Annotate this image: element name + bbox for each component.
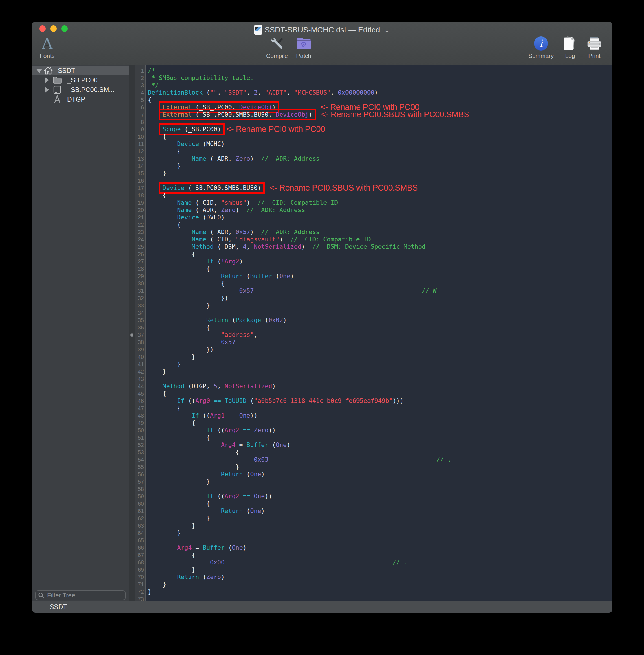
code-token: {	[148, 405, 181, 412]
tree-item-label: SSDT	[58, 67, 75, 74]
code-token: (	[225, 544, 232, 551]
code-token: {	[148, 192, 166, 199]
toolbar-button-fonts[interactable]: AFonts	[40, 35, 55, 59]
code-token	[148, 507, 221, 514]
code-token: }	[148, 566, 195, 573]
code-line: Arg4 = Buffer (One)	[148, 544, 613, 551]
code-line: {	[148, 148, 613, 155]
toolbar-button-patch[interactable]: ⚙Patch	[296, 35, 312, 59]
line-number: 48	[134, 412, 145, 419]
code-token: (_ADR,	[206, 228, 236, 235]
disclosure-closed-icon[interactable]	[45, 77, 49, 83]
line-number: 65	[134, 537, 145, 544]
close-button[interactable]	[39, 25, 46, 32]
line-number: 47	[134, 405, 145, 412]
code-token: (	[261, 316, 268, 323]
sidebar-item-dtgp[interactable]: DTGP	[32, 95, 129, 104]
line-number: 12	[134, 148, 145, 155]
sidebar-item-ssdt[interactable]: SSDT	[32, 66, 129, 75]
code-line: 0x57	[148, 339, 613, 346]
code-token: 0x02	[268, 316, 283, 323]
sidebar-tree: SSDT_SB.PC00_SB.PC00.SM...DTGP	[32, 65, 129, 601]
code-token: Return	[221, 272, 243, 279]
code-line: Return (One)	[148, 507, 613, 515]
fonts-icon: A	[42, 35, 52, 52]
line-number: 60	[134, 501, 145, 507]
toolbar-button-summary[interactable]: iSummary	[528, 35, 554, 59]
code-token: ,	[257, 89, 265, 96]
code-line: Name (_CID, "smbus") // _CID: Compatible…	[148, 199, 613, 206]
code-token: Name	[192, 228, 206, 235]
line-number: 62	[134, 515, 145, 522]
gutter-row: 52	[129, 441, 145, 449]
gutter-row: 41	[129, 361, 145, 368]
code-line: }	[148, 353, 613, 361]
code-token: {	[148, 500, 210, 507]
sidebar-item--sb-pc00-sm-[interactable]: _SB.PC00.SM...	[32, 85, 129, 95]
code-token: (	[272, 272, 279, 279]
title-menu-chevron-icon[interactable]: ⌄	[384, 27, 390, 33]
gutter-row: 3	[129, 82, 145, 89]
code-line: }	[148, 529, 613, 537]
code-token: If	[206, 427, 214, 434]
code-line: Return (One)	[148, 471, 613, 478]
code-line: Device (MCHC)	[148, 140, 613, 148]
code-line	[148, 537, 613, 544]
code-token: ((	[214, 493, 225, 500]
toolbar-button-print[interactable]: Print	[586, 35, 602, 59]
minimize-button[interactable]	[50, 25, 57, 32]
title-wrap: SSDT-SBUS-MCHC.dsl — Edited ⌄	[254, 25, 390, 35]
line-number: 1	[134, 67, 145, 74]
code-token	[225, 559, 393, 566]
disclosure-open-icon[interactable]	[36, 69, 42, 73]
disclosure-closed-icon[interactable]	[45, 87, 49, 93]
gutter-row: 1	[129, 67, 145, 74]
code-line: }	[148, 368, 613, 375]
toolbar-button-label: Fonts	[40, 52, 55, 59]
gutter-row: 61	[129, 507, 145, 515]
toolbar-button-log[interactable]: Log	[562, 35, 578, 59]
code-token: Buffer	[250, 272, 272, 279]
code-token: )	[279, 236, 291, 243]
code-token	[148, 228, 192, 235]
code-token: One	[254, 493, 265, 500]
filter-tree-input[interactable]	[35, 590, 125, 600]
line-number: 57	[134, 478, 145, 485]
code-token	[148, 397, 177, 404]
code-token: Arg0	[195, 397, 210, 404]
code-token: Arg2	[225, 493, 239, 500]
code-editor[interactable]: 1234567891011121314151617181920212223242…	[129, 65, 613, 601]
code-token: }	[148, 522, 195, 529]
code-token: "address"	[221, 331, 254, 338]
content-area: SSDT_SB.PC00_SB.PC00.SM...DTGP 123456789…	[32, 65, 613, 601]
code-token: (_DSM,	[214, 243, 243, 250]
code-token: (_CID,	[206, 236, 236, 243]
code-token: ((	[199, 412, 210, 419]
code-line: DefinitionBlock ("", "SSDT", 2, "ACDT", …	[148, 89, 613, 96]
app-window: SSDT-SBUS-MCHC.dsl — Edited ⌄ AFontsComp…	[32, 22, 613, 613]
sidebar-item--sb-pc00[interactable]: _SB.PC00	[32, 75, 129, 85]
code-token: {	[148, 434, 210, 441]
code-token: (_SB.PC00.SMBS.BUS0)	[184, 184, 261, 191]
code-token: 5	[214, 383, 217, 390]
code-token: Name	[177, 206, 192, 213]
code-token: 4	[243, 243, 247, 250]
code-pane[interactable]: /* * SMBus compatibility table. */Defini…	[146, 65, 613, 601]
gutter-row: 35	[129, 316, 145, 324]
gutter-row: 62	[129, 515, 145, 522]
code-line: Arg4 = Buffer (One)	[148, 441, 613, 449]
line-number: 29	[134, 273, 145, 279]
code-line: If ((Arg0 == ToUUID ("a0b5b7c6-1318-441c…	[148, 397, 613, 405]
gutter-row: 16	[129, 177, 145, 184]
code-token: )	[261, 507, 265, 514]
zoom-button[interactable]	[61, 25, 68, 32]
code-token: One	[279, 272, 291, 279]
gutter-row: 55	[129, 463, 145, 471]
code-token: ==	[243, 427, 250, 434]
code-line: {	[148, 250, 613, 258]
toolbar-button-compile[interactable]: Compile	[266, 35, 288, 59]
code-token: NotSerialized	[254, 243, 301, 250]
gutter-row: 7	[129, 111, 145, 118]
gutter-row: 6	[129, 104, 145, 111]
line-number: 43	[134, 376, 145, 382]
